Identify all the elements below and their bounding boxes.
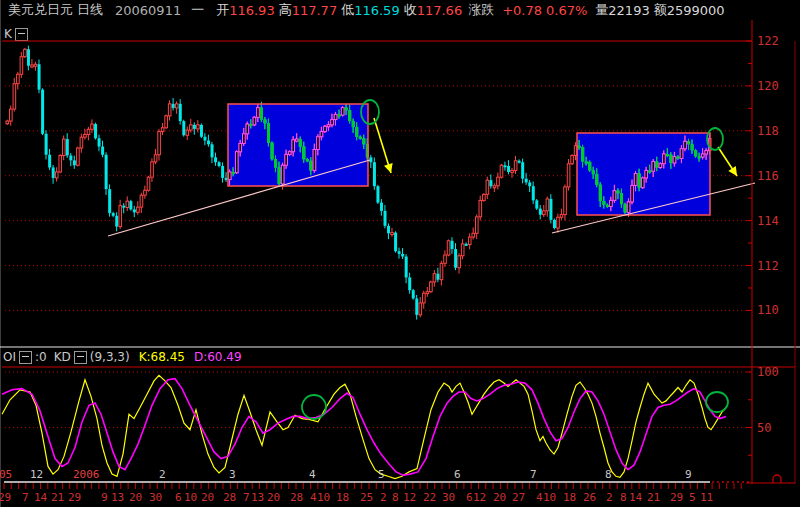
day-label: 10	[543, 492, 556, 503]
day-label: 2	[606, 492, 613, 503]
price-tick-label: 110	[757, 304, 779, 316]
day-label: 13	[111, 492, 124, 503]
month-label: 2	[159, 469, 166, 480]
d-value: D:60.49	[194, 350, 242, 364]
day-label: 14	[34, 492, 47, 503]
k-value: K:68.45	[139, 350, 185, 364]
price-tick-label: 114	[757, 215, 779, 227]
month-label: 5	[378, 469, 385, 480]
day-label: 5	[689, 492, 696, 503]
day-label: 22	[423, 492, 436, 503]
kd-tick-label: 100	[757, 366, 779, 378]
month-label: 3	[229, 469, 236, 480]
day-label: 8	[620, 492, 627, 503]
day-label: 9	[101, 492, 108, 503]
day-label: 10	[317, 492, 330, 503]
day-label: 20	[201, 492, 214, 503]
price-tick-label: 112	[757, 260, 779, 272]
month-label: 9	[685, 469, 692, 480]
indicator-pane-label: OI :0 KD (9,3,3) K:68.45 D:60.49	[3, 350, 242, 364]
price-tick-label: 122	[757, 35, 779, 47]
price-tick-label: 118	[757, 125, 779, 137]
month-label: 12	[30, 469, 43, 480]
month-label: 6	[454, 469, 461, 480]
day-label: 29	[68, 492, 81, 503]
day-label: 2	[380, 492, 387, 503]
chart-canvas[interactable]	[0, 0, 800, 507]
month-label: 4	[309, 469, 316, 480]
kd-tick-label: 50	[757, 422, 771, 434]
price-tick-label: 116	[757, 170, 779, 182]
day-label: 6	[466, 492, 473, 503]
month-label: 8	[605, 469, 612, 480]
day-label: 7	[22, 492, 29, 503]
day-label: 6	[175, 492, 182, 503]
day-label: 4	[536, 492, 543, 503]
day-label: 28	[223, 492, 236, 503]
day-label: 21	[51, 492, 64, 503]
minimize-oi-pane-icon[interactable]	[19, 351, 32, 364]
oi-indicator-name: OI	[3, 350, 16, 364]
day-label: 25	[360, 492, 373, 503]
day-label: 4	[310, 492, 317, 503]
kd-params: (9,3,3)	[90, 350, 130, 364]
day-label: 18	[336, 492, 349, 503]
kd-indicator-name: KD	[54, 350, 71, 364]
day-label: 11	[700, 492, 713, 503]
day-label: 13	[251, 492, 264, 503]
day-label: 7	[243, 492, 250, 503]
day-label: 12	[473, 492, 486, 503]
day-label: 20	[267, 492, 280, 503]
month-label: 2006	[73, 469, 100, 480]
day-label: 21	[647, 492, 660, 503]
day-label: 12	[403, 492, 416, 503]
day-label: 20	[129, 492, 142, 503]
month-label: 7	[530, 469, 537, 480]
price-tick-label: 120	[757, 80, 779, 92]
month-label: 05	[0, 469, 12, 480]
trading-app-window: 美元兑日元 日线 20060911 一 开 116.93 高 117.77 低 …	[0, 0, 800, 507]
day-label: 8	[392, 492, 399, 503]
day-label: 30	[442, 492, 455, 503]
day-label: 18	[563, 492, 576, 503]
day-label: 29	[0, 492, 11, 503]
day-label: 20	[493, 492, 506, 503]
minimize-kd-pane-icon[interactable]	[74, 351, 87, 364]
day-label: 30	[149, 492, 162, 503]
oi-value: :0	[35, 350, 47, 364]
day-label: 10	[184, 492, 197, 503]
day-label: 14	[629, 492, 642, 503]
day-label: 26	[583, 492, 596, 503]
day-label: 28	[290, 492, 303, 503]
day-label: 27	[512, 492, 525, 503]
day-label: 29	[670, 492, 683, 503]
